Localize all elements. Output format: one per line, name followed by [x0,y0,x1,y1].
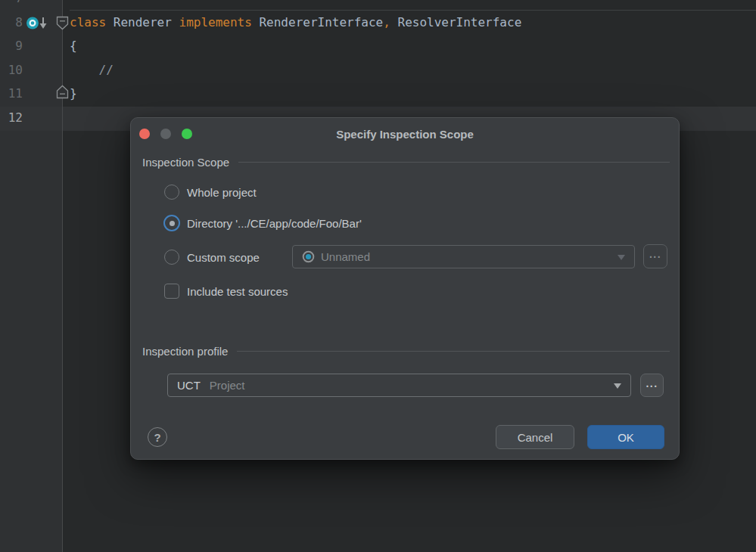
cancel-button[interactable]: Cancel [496,425,574,449]
profile-section-header: Inspection profile [142,344,670,358]
browse-profiles-button[interactable]: ... [640,374,664,397]
line-number: 9 [0,39,23,54]
keyword-token: implements [179,15,260,29]
radio-selected-icon [163,215,180,231]
specify-inspection-scope-dialog: Specify Inspection Scope Inspection Scop… [130,117,680,460]
browse-scopes-button[interactable]: ... [643,244,667,268]
dropdown-arrow-icon [614,383,621,389]
dropdown-arrow-icon [618,255,625,260]
section-rule [237,351,670,352]
code-line-10: // [70,63,114,78]
radio-icon [164,250,179,265]
scope-section-header: Inspection Scope [142,155,670,169]
custom-scope-value: Unnamed [321,250,370,263]
gutter-separator [62,0,63,552]
method-separator-line [70,10,756,11]
class-name-token: Renderer [114,15,179,29]
help-button[interactable]: ? [148,427,167,447]
profile-section-label: Inspection profile [142,345,228,358]
code-line-11: } [70,86,77,101]
radio-icon [164,185,179,200]
scope-section-label: Inspection Scope [142,156,229,169]
line-number: 11 [0,86,23,101]
radio-label: Directory '.../CE/app/code/Foo/Bar' [187,216,362,231]
profile-badge: UCT [177,379,201,392]
radio-label: Custom scope [187,250,260,265]
custom-scope-dropdown[interactable]: Unnamed [292,245,635,268]
code-line-9: { [70,39,77,54]
checkbox-label: Include test sources [187,284,288,299]
code-line-8: class Renderer implements RendererInterf… [70,15,521,30]
line-number: 8 [0,15,23,30]
section-rule [238,162,670,163]
ok-button[interactable]: OK [587,425,664,449]
ide-window: 7 8 9 10 11 12 class Renderer implements… [0,0,756,552]
comma-token: , [383,15,390,29]
interface-token: ResolverInterface [390,15,521,29]
line-number-current: 12 [0,110,23,126]
dialog-title: Specify Inspection Scope [131,128,679,141]
interface-token: RendererInterface [259,15,383,29]
keyword-token: class [70,15,114,29]
editor-gutter [0,0,63,552]
profile-value: Project [210,379,245,392]
line-number: 7 [0,0,23,6]
checkbox-icon [164,284,179,299]
inspection-profile-dropdown[interactable]: UCT Project [167,374,631,397]
fold-end-icon[interactable] [56,85,69,99]
gutter-implemented-icon[interactable] [26,16,48,30]
radio-label: Whole project [187,185,257,200]
fold-collapse-icon[interactable] [56,16,69,30]
scope-icon [302,250,315,263]
line-number: 10 [0,63,23,78]
